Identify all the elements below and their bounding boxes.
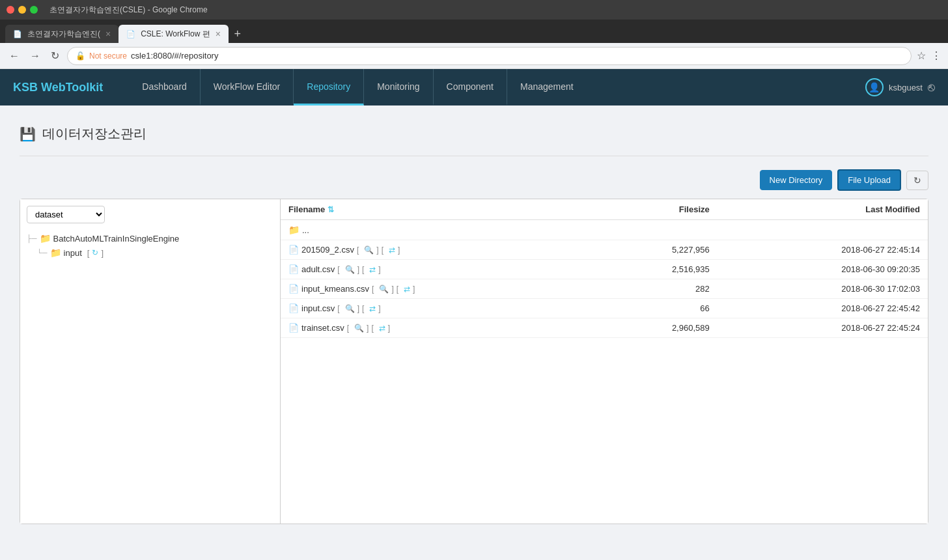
refresh-button[interactable]: ↻	[906, 171, 928, 190]
bracket-open-move-f3: [	[397, 285, 398, 294]
nav-items: Dashboard WorkFlow Editor Repository Mon…	[129, 69, 865, 105]
close-button[interactable]	[7, 6, 14, 14]
nav-component[interactable]: Component	[434, 69, 507, 105]
file-table: Filename ⇅ Filesize Last Modified 📁...📄2…	[281, 199, 928, 338]
nav-workflow[interactable]: WorkFlow Editor	[201, 69, 294, 105]
reload-button[interactable]: ↻	[48, 47, 62, 64]
back-button[interactable]: ←	[7, 48, 22, 64]
lock-icon: 🔓	[76, 51, 85, 61]
nav-monitoring[interactable]: Monitoring	[364, 69, 433, 105]
page-content: 💾 데이터저장소관리 New Directory File Upload ↻ d…	[0, 105, 948, 537]
tree-connector-2: └─	[37, 249, 48, 257]
browser-addressbar: ← → ↻ 🔓 Not secure csle1:8080/#/reposito…	[0, 43, 948, 69]
app-brand: KSB WebToolkit	[13, 81, 103, 94]
sort-icon[interactable]: ⇅	[328, 205, 334, 214]
move-action-f3[interactable]: ⇄	[404, 285, 410, 294]
bracket-close-move-f5: ]	[388, 324, 390, 333]
move-action-f1[interactable]: ⇄	[389, 245, 395, 255]
bracket-open-move-f2: [	[362, 265, 364, 274]
browser-tab-1[interactable]: 📄 초연결자가학습엔진( ×	[5, 25, 118, 43]
move-action-f5[interactable]: ⇄	[379, 324, 385, 333]
bracket-open-move-f5: [	[371, 324, 373, 333]
table-row: 📄201509_2.csv [🔍] [⇄]5,227,9562018-06-27…	[281, 240, 928, 260]
address-bar[interactable]: 🔓 Not secure csle1:8080/#/repository	[67, 47, 912, 65]
file-icon-f4: 📄	[288, 303, 299, 313]
nav-repository[interactable]: Repository	[294, 69, 364, 105]
bracket-close-search-f5: ]	[367, 324, 369, 333]
brand-prefix: KSB	[13, 81, 41, 94]
filesize-cell-f2: 2,516,935	[598, 260, 718, 279]
bracket-close-search-f2: ]	[357, 265, 359, 274]
folder-icon-batch: 📁	[40, 233, 51, 244]
tab-close-1[interactable]: ×	[105, 29, 111, 39]
file-name-f4: input.csv	[301, 303, 335, 313]
new-directory-button[interactable]: New Directory	[760, 170, 833, 190]
bracket-close-search-f1: ]	[376, 245, 378, 255]
table-row: 📄adult.csv [🔍] [⇄]2,516,9352018-06-30 09…	[281, 260, 928, 279]
page-header: 💾 데이터저장소관리	[20, 119, 928, 156]
parent-folder-icon: 📁	[288, 225, 300, 235]
bracket-open-search-f2: [	[337, 265, 339, 274]
browser-tab-2[interactable]: 📄 CSLE: WorkFlow 편 ×	[118, 25, 229, 43]
last-modified-cell-f2: 2018-06-30 09:20:35	[718, 260, 928, 279]
nav-management[interactable]: Management	[507, 69, 587, 105]
maximize-button[interactable]	[30, 6, 38, 14]
minimize-button[interactable]	[18, 6, 26, 14]
tree-folder-input[interactable]: └─ 📁 input [ ↻ ]	[37, 245, 273, 260]
filesize-cell-f1: 5,227,956	[598, 240, 718, 260]
last-modified-cell-f1: 2018-06-27 22:45:14	[718, 240, 928, 260]
bracket-close-move-f1: ]	[398, 245, 400, 255]
filesize-cell-f5: 2,960,589	[598, 318, 718, 338]
file-name-cell-f1: 📄201509_2.csv [🔍] [⇄]	[281, 240, 598, 260]
address-prefix: Not secure	[89, 51, 127, 61]
bracket-close-move-f4: ]	[378, 304, 380, 313]
logout-icon[interactable]: ⎋	[928, 81, 935, 94]
col-last-modified[interactable]: Last Modified	[718, 199, 928, 220]
file-name-f1: 201509_2.csv	[301, 245, 354, 255]
tree-refresh-icon[interactable]: ↻	[92, 248, 98, 257]
bookmark-button[interactable]: ☆	[917, 49, 926, 62]
browser-titlebar: 초연결자가학습엔진(CSLE) - Google Chrome	[0, 0, 948, 20]
col-filename[interactable]: Filename ⇅	[281, 199, 598, 220]
tree-folder-label-input: input	[64, 248, 82, 258]
move-action-f2[interactable]: ⇄	[369, 265, 376, 274]
bracket-open-move-f4: [	[362, 304, 364, 313]
parent-dir-link[interactable]: ...	[302, 225, 309, 235]
move-action-f4[interactable]: ⇄	[369, 304, 376, 313]
file-name-cell-f3: 📄input_kmeans.csv [🔍] [⇄]	[281, 279, 598, 299]
browser-controls	[7, 6, 38, 14]
tree-folder-label-batch: BatchAutoMLTrainInSingleEngine	[53, 234, 180, 244]
search-action-f2[interactable]: 🔍	[345, 265, 355, 274]
tab-close-2[interactable]: ×	[216, 29, 221, 39]
bracket-open-search-f4: [	[337, 304, 339, 313]
bracket-open-search-f5: [	[347, 324, 349, 333]
file-name-cell-f2: 📄adult.csv [🔍] [⇄]	[281, 260, 598, 279]
tree-folder-batch[interactable]: ├─ 📁 BatchAutoMLTrainInSingleEngine	[27, 231, 273, 245]
bracket-close-move-f2: ]	[378, 265, 380, 274]
last-modified-cell-f5: 2018-06-27 22:45:24	[718, 318, 928, 338]
menu-button[interactable]: ⋮	[931, 49, 941, 62]
tree-connector-1: ├─	[27, 234, 37, 242]
tab-icon-2: 📄	[126, 30, 135, 38]
dataset-dropdown[interactable]: dataset	[27, 206, 105, 223]
file-name-cell-f4: 📄input.csv [🔍] [⇄]	[281, 299, 598, 318]
new-tab-button[interactable]: +	[229, 25, 247, 43]
search-action-f4[interactable]: 🔍	[345, 304, 355, 313]
file-icon-f1: 📄	[288, 245, 299, 255]
search-action-f3[interactable]: 🔍	[379, 285, 389, 294]
nav-dashboard[interactable]: Dashboard	[129, 69, 201, 105]
folder-icon-input: 📁	[50, 247, 61, 258]
filesize-cell-f4: 66	[598, 299, 718, 318]
col-filesize[interactable]: Filesize	[598, 199, 718, 220]
forward-button[interactable]: →	[27, 48, 43, 64]
search-action-f5[interactable]: 🔍	[354, 324, 364, 333]
bracket-close-1: ]	[101, 248, 104, 258]
tab-icon-1: 📄	[13, 30, 22, 38]
refresh-icon: ↻	[913, 175, 921, 186]
table-header-row: Filename ⇅ Filesize Last Modified	[281, 199, 928, 220]
file-icon-f2: 📄	[288, 264, 299, 274]
file-upload-button[interactable]: File Upload	[837, 169, 901, 191]
search-action-f1[interactable]: 🔍	[364, 245, 374, 255]
bracket-open-search-f1: [	[357, 245, 359, 255]
browser-title: 초연결자가학습엔진(CSLE) - Google Chrome	[49, 5, 208, 16]
